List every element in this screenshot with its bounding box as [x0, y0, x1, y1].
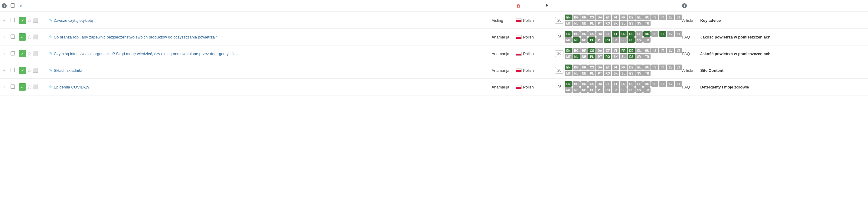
flag-sort-button[interactable]: ⚑	[544, 2, 551, 9]
row-checkbox-2[interactable]	[10, 51, 15, 55]
drag-handle-icon[interactable]: +	[3, 68, 5, 73]
assoc-badge-TR[interactable]: TR	[643, 21, 651, 26]
assoc-count-badge[interactable]: 26	[555, 34, 563, 40]
assoc-badge-IS[interactable]: IS	[651, 81, 658, 87]
assoc-badge-CS[interactable]: CS	[588, 81, 595, 87]
assoc-badge-SV[interactable]: SV	[636, 87, 643, 93]
assoc-badge-CS[interactable]: CS	[588, 15, 595, 20]
assoc-badge-CS[interactable]: CS	[588, 65, 595, 70]
assoc-badge-LT[interactable]: LT	[675, 65, 682, 70]
assoc-badge-FI[interactable]: FI	[612, 31, 619, 37]
assoc-badge-SL[interactable]: SL	[620, 37, 627, 43]
assoc-badge-SK[interactable]: SK	[612, 54, 619, 59]
language-trash-icon[interactable]: 🗑	[516, 4, 520, 8]
edit-icon[interactable]: ✎	[49, 51, 53, 56]
assoc-badge-HR[interactable]: HR	[580, 31, 588, 37]
info-icon[interactable]: ℹ	[2, 3, 7, 8]
assoc-badge-ES[interactable]: ES	[627, 54, 635, 59]
row-checkbox-cell[interactable]	[8, 62, 17, 79]
assoc-badge-BG[interactable]: BG	[572, 65, 580, 70]
row-checkbox-cell[interactable]	[8, 79, 17, 96]
th-title[interactable]	[47, 0, 490, 12]
assoc-badge-EL[interactable]: EL	[636, 15, 643, 20]
drag-handle-icon[interactable]: +	[3, 18, 5, 23]
assoc-badge-TR[interactable]: TR	[643, 71, 651, 76]
assoc-badge-HU[interactable]: HU	[643, 48, 651, 53]
th-flag[interactable]: ⚑	[541, 0, 553, 12]
assoc-badge-FR[interactable]: FR	[620, 81, 627, 87]
assoc-badge-EL[interactable]: EL	[636, 48, 643, 53]
assoc-badge-HU[interactable]: HU	[643, 31, 651, 37]
assoc-badge-SL[interactable]: SL	[620, 87, 627, 93]
assoc-badge-NB[interactable]: NB	[580, 37, 588, 43]
assoc-badge-CS[interactable]: CS	[588, 48, 595, 53]
assoc-badge-SK[interactable]: SK	[612, 87, 619, 93]
assoc-badge-NL[interactable]: NL	[572, 21, 580, 26]
assoc-count-badge[interactable]: 26	[555, 50, 563, 57]
assoc-badge-DA[interactable]: DA	[596, 31, 603, 37]
drag-handle-icon[interactable]: +	[3, 84, 5, 90]
assoc-badge-SL[interactable]: SL	[620, 71, 627, 76]
assoc-badge-PT[interactable]: PT	[596, 21, 603, 26]
assoc-badge-PL[interactable]: PL	[588, 87, 595, 93]
assoc-badge-DA[interactable]: DA	[596, 48, 603, 53]
assoc-count-badge[interactable]: 26	[555, 17, 563, 24]
star-icon[interactable]: ☆	[27, 84, 31, 90]
assoc-badge-HU[interactable]: HU	[643, 15, 651, 20]
assoc-badge-BG[interactable]: BG	[572, 48, 580, 53]
assoc-badge-IS[interactable]: IS	[651, 65, 658, 70]
monitor-icon[interactable]: ⬜	[33, 18, 38, 23]
assoc-badge-ES[interactable]: ES	[627, 37, 635, 43]
assoc-badge-DE[interactable]: DE	[627, 31, 635, 37]
row-checkbox-4[interactable]	[10, 84, 15, 89]
status-check-icon[interactable]: ✓	[19, 67, 26, 74]
assoc-badge-TR[interactable]: TR	[643, 87, 651, 93]
assoc-badge-EN[interactable]: EN	[565, 81, 572, 87]
assoc-badge-NB[interactable]: NB	[580, 54, 588, 59]
article-title-link[interactable]: Zawsze czytaj etykietę	[54, 18, 93, 23]
assoc-badge-MT[interactable]: MT	[565, 87, 572, 93]
assoc-badge-EN[interactable]: EN	[565, 31, 572, 37]
monitor-icon[interactable]: ⬜	[33, 51, 38, 56]
assoc-badge-FR[interactable]: FR	[620, 15, 627, 20]
type-info-icon[interactable]: ℹ	[682, 3, 687, 8]
assoc-badge-DA[interactable]: DA	[596, 65, 603, 70]
th-checkbox[interactable]	[8, 0, 17, 12]
assoc-badge-HR[interactable]: HR	[580, 15, 588, 20]
monitor-icon[interactable]: ⬜	[33, 34, 38, 40]
assoc-badge-MT[interactable]: MT	[565, 37, 572, 43]
assoc-badge-FI[interactable]: FI	[612, 65, 619, 70]
assoc-badge-LV[interactable]: LV	[667, 65, 674, 70]
assoc-badge-RO[interactable]: RO	[604, 87, 611, 93]
assoc-badge-FR[interactable]: FR	[620, 65, 627, 70]
assoc-badge-LV[interactable]: LV	[667, 81, 674, 87]
assoc-badge-FR[interactable]: FR	[620, 31, 627, 37]
article-title-link[interactable]: Czym są lotne związki organiczne? Skąd m…	[54, 51, 238, 56]
assoc-badge-EN[interactable]: EN	[565, 65, 572, 70]
status-check-icon[interactable]: ✓	[19, 83, 26, 91]
drag-handle-icon[interactable]: +	[3, 51, 5, 56]
assoc-badge-RO[interactable]: RO	[604, 21, 611, 26]
assoc-badge-BG[interactable]: BG	[572, 31, 580, 37]
th-author[interactable]	[490, 0, 514, 12]
assoc-badge-ET[interactable]: ET	[604, 15, 611, 20]
assoc-badge-LV[interactable]: LV	[667, 31, 674, 37]
assoc-badge-DE[interactable]: DE	[627, 81, 635, 87]
row-checkbox-0[interactable]	[10, 18, 15, 22]
star-icon[interactable]: ☆	[27, 51, 31, 57]
assoc-badge-SK[interactable]: SK	[612, 71, 619, 76]
assoc-badge-HU[interactable]: HU	[643, 65, 651, 70]
th-categories[interactable]	[698, 0, 868, 12]
status-check-icon[interactable]: ✓	[19, 17, 26, 24]
row-checkbox-3[interactable]	[10, 68, 15, 72]
assoc-badge-TR[interactable]: TR	[643, 54, 651, 59]
assoc-count-badge[interactable]: 26	[555, 67, 563, 74]
assoc-count-badge[interactable]: 26	[555, 84, 563, 90]
assoc-badge-EL[interactable]: EL	[636, 65, 643, 70]
assoc-badge-RO[interactable]: RO	[604, 37, 611, 43]
assoc-badge-RO[interactable]: RO	[604, 54, 611, 59]
edit-icon[interactable]: ✎	[49, 84, 53, 90]
assoc-badge-LT[interactable]: LT	[675, 81, 682, 87]
assoc-badge-SV[interactable]: SV	[636, 71, 643, 76]
monitor-icon[interactable]: ⬜	[33, 68, 38, 73]
